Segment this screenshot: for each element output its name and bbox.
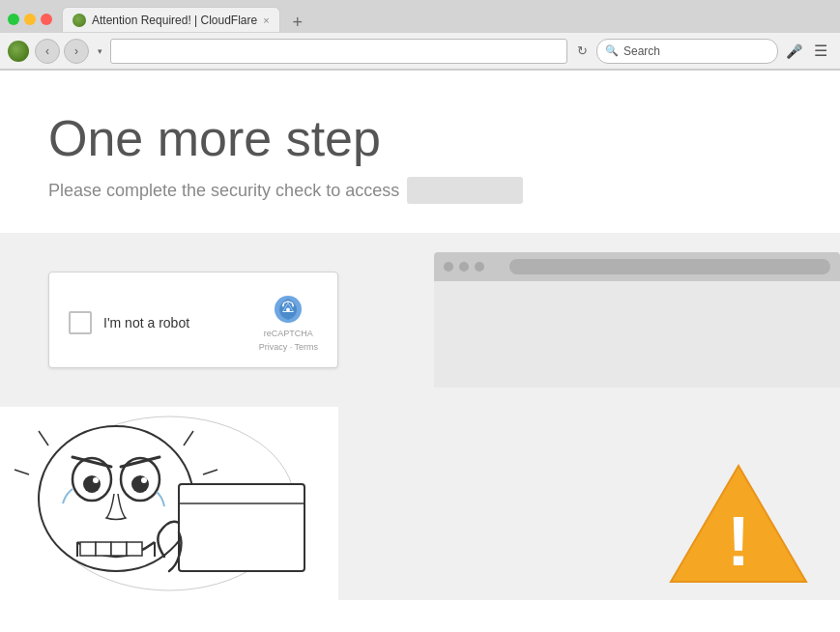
- reload-icon: ↻: [577, 43, 588, 58]
- mockup-dot-2: [459, 262, 469, 272]
- browser-chrome: Attention Required! | CloudFlare × + ‹ ›…: [0, 0, 840, 71]
- meme-illustration: [0, 407, 338, 600]
- meme-drawing-svg: [0, 407, 338, 600]
- search-icon: 🔍: [605, 44, 619, 57]
- traffic-lights: [8, 14, 52, 25]
- recaptcha-privacy[interactable]: Privacy: [259, 342, 288, 352]
- mic-button[interactable]: 🎤: [782, 39, 805, 64]
- svg-point-9: [131, 475, 149, 493]
- svg-rect-16: [80, 542, 96, 556]
- search-box[interactable]: 🔍 Search: [596, 39, 778, 64]
- subheading-text: Please complete the security check to ac…: [48, 181, 399, 201]
- dropdown-icon: ▾: [98, 46, 102, 56]
- domain-display: [407, 177, 523, 204]
- captcha-widget[interactable]: I'm not a robot reCAPTCHA Privacy · Term…: [48, 272, 338, 368]
- tab-title: Attention Required! | CloudFlare: [92, 14, 257, 27]
- captcha-right: reCAPTCHA Privacy · Terms: [259, 294, 318, 352]
- captcha-checkbox[interactable]: [69, 311, 92, 334]
- browser-logo: [8, 41, 29, 62]
- captcha-left: I'm not a robot: [69, 311, 189, 334]
- browser-mockup-illustration: [434, 252, 840, 388]
- svg-point-11: [141, 477, 147, 483]
- recaptcha-logo: [273, 294, 304, 325]
- svg-line-24: [14, 470, 29, 474]
- page-content: One more step Please complete the securi…: [0, 71, 840, 204]
- hamburger-icon: ☰: [814, 42, 827, 60]
- new-tab-button[interactable]: +: [284, 13, 311, 32]
- svg-point-8: [83, 475, 101, 493]
- svg-line-22: [39, 431, 48, 445]
- recaptcha-terms[interactable]: Terms: [295, 342, 319, 352]
- mockup-titlebar: [434, 252, 840, 281]
- warning-triangle: !: [666, 461, 811, 590]
- mockup-dot-1: [444, 262, 453, 272]
- recaptcha-separator: ·: [287, 342, 294, 352]
- back-button[interactable]: ‹: [35, 39, 60, 64]
- svg-rect-19: [127, 542, 142, 556]
- mockup-body: [434, 281, 840, 388]
- svg-point-1: [286, 307, 290, 311]
- traffic-light-green[interactable]: [8, 14, 19, 25]
- sub-heading: Please complete the security check to ac…: [48, 177, 792, 204]
- svg-text:!: !: [727, 503, 750, 580]
- svg-rect-18: [111, 542, 127, 556]
- tab-favicon: [72, 14, 86, 27]
- forward-button[interactable]: ›: [64, 39, 89, 64]
- tab-bar: Attention Required! | CloudFlare × +: [62, 7, 832, 32]
- search-input-label: Search: [623, 44, 769, 58]
- nav-dropdown-arrow[interactable]: ▾: [93, 39, 106, 64]
- traffic-light-yellow[interactable]: [24, 14, 36, 25]
- tab-close-button[interactable]: ×: [263, 14, 269, 26]
- svg-rect-20: [179, 484, 304, 571]
- gray-section: I'm not a robot reCAPTCHA Privacy · Term…: [0, 233, 840, 600]
- reload-button[interactable]: ↻: [571, 41, 593, 62]
- nav-bar: ‹ › ▾ ↻ 🔍 Search 🎤 ☰: [0, 33, 840, 70]
- svg-rect-17: [96, 542, 111, 556]
- svg-point-10: [93, 477, 99, 483]
- mockup-urlbar: [509, 259, 830, 274]
- captcha-label: I'm not a robot: [103, 315, 189, 330]
- main-heading: One more step: [48, 109, 792, 167]
- recaptcha-links: Privacy · Terms: [259, 342, 318, 352]
- menu-button[interactable]: ☰: [809, 39, 832, 64]
- warning-triangle-svg: !: [666, 461, 811, 587]
- address-bar[interactable]: [110, 39, 567, 64]
- traffic-light-red[interactable]: [41, 14, 52, 25]
- title-bar: Attention Required! | CloudFlare × +: [0, 0, 840, 33]
- mockup-dot-3: [475, 262, 484, 272]
- recaptcha-brand: reCAPTCHA: [264, 329, 313, 338]
- mic-icon: 🎤: [786, 43, 802, 59]
- forward-icon: ›: [74, 44, 78, 58]
- tab-active[interactable]: Attention Required! | CloudFlare ×: [62, 7, 280, 32]
- back-icon: ‹: [45, 44, 49, 58]
